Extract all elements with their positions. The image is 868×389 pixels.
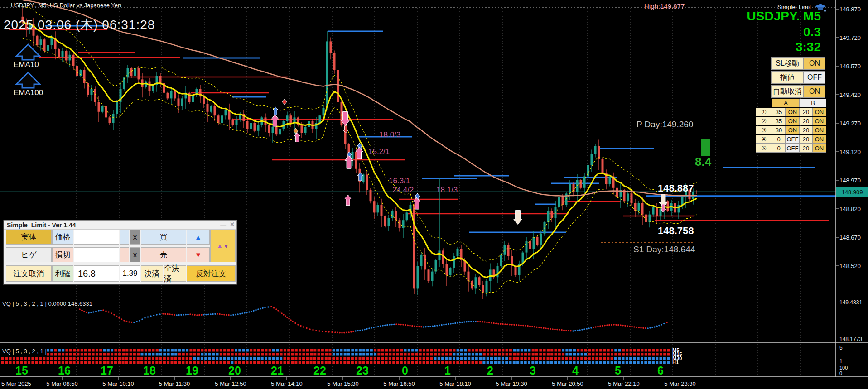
grid-col-a-header: A [772, 99, 800, 107]
price-axis-label: 148.820 [839, 206, 861, 212]
buy-arrow-icon[interactable]: ▲ [187, 230, 210, 245]
grid-a-value[interactable]: 0 [772, 144, 786, 153]
up-arrow-marker-icon [273, 107, 278, 115]
grid-row: ⑤0OFF20ON [756, 144, 826, 153]
setting-toggle[interactable]: OFF [804, 71, 825, 84]
price-axis-label: 149.570 [839, 63, 861, 70]
setting-toggle[interactable]: ON [804, 85, 825, 98]
minimize-icon[interactable]: — [220, 221, 226, 228]
hour-label: 1 [444, 364, 451, 377]
grid-row: ②35ON20ON [756, 117, 826, 125]
datetime-overlay: 2025.03.06 (木) 06:31:28 [4, 16, 155, 34]
grid-row-number: ⑤ [756, 144, 772, 153]
grid-b-toggle[interactable]: ON [812, 108, 826, 116]
hour-label: 4 [572, 364, 579, 377]
candle-timer: 3:32 [796, 40, 821, 54]
order-window-titlebar[interactable]: Simple_Limit - Ver 1.44 — ✕ [4, 221, 236, 230]
close-position-button[interactable]: 決済 [141, 265, 163, 282]
up-arrow-marker-icon [294, 133, 300, 142]
grid-b-value[interactable]: 20 [800, 126, 812, 134]
hour-label: 16 [58, 364, 71, 377]
grid-b-toggle[interactable]: ON [812, 117, 826, 125]
grid-b-value[interactable]: 20 [800, 135, 812, 144]
grid-a-toggle[interactable]: ON [786, 126, 800, 134]
price-level-upper-label: 148.887 [658, 182, 694, 194]
price-axis-label: 149.270 [839, 120, 861, 127]
grid-a-toggle[interactable]: OFF [786, 135, 800, 144]
hour-label: 20 [228, 364, 241, 377]
setting-label: 自動取消 [771, 85, 804, 98]
date-label: 5 Mar 11:30 [159, 380, 190, 387]
chart-canvas [0, 0, 868, 389]
date-label: 5 Mar 19:30 [496, 380, 527, 387]
hour-label: 23 [356, 364, 369, 377]
date-label: 5 Mar 16:50 [383, 380, 415, 387]
grid-a-toggle[interactable]: ON [786, 108, 800, 116]
grid-b-value[interactable]: 20 [800, 117, 812, 125]
stoploss-input[interactable] [74, 247, 119, 262]
grid-b-value[interactable]: 20 [800, 108, 812, 116]
grid-b-toggle[interactable]: ON [812, 144, 826, 153]
setting-label: SL移動 [771, 57, 804, 70]
date-label: 5 Mar 23:30 [664, 380, 695, 387]
hour-label: 22 [313, 364, 326, 377]
grid-a-value[interactable]: 30 [772, 126, 786, 134]
date-label: 5 Mar 2025 [1, 380, 31, 387]
reverse-order-button[interactable]: 反対注文 [187, 265, 236, 282]
grid-a-toggle[interactable]: OFF [786, 144, 800, 153]
ema100-label: EMA100 [14, 88, 43, 97]
session-high-label: High:149.877 [644, 2, 685, 10]
timeframe-row-label: H1 [672, 360, 679, 365]
stoploss-clear-button[interactable]: x [130, 247, 140, 262]
vq2-indicator-label: VQ | 5 , 3 , 2 , 1 | [2, 348, 47, 355]
price-annotation-label: 18.1/3 [436, 186, 458, 195]
pivot-day-label: P Day:149.260 [637, 120, 693, 130]
price-axis-label: 149.870 [839, 6, 861, 13]
grid-a-toggle[interactable]: ON [786, 117, 800, 125]
buy-button[interactable]: 買 [141, 230, 186, 245]
setting-toggle[interactable]: ON [804, 57, 825, 70]
dual-arrow-button[interactable]: ▲▼ [210, 230, 236, 262]
close-all-button[interactable]: 全決済 [164, 265, 186, 282]
setting-label: 指値 [771, 71, 804, 84]
price-clear-button[interactable]: x [130, 230, 140, 245]
mt-terminal: USDJPY., M5: US Dollar vs Japanese Yen 2… [0, 0, 868, 389]
price-level-lower-label: 148.758 [658, 225, 694, 237]
takeprofit-input[interactable]: 16.8 [74, 265, 119, 282]
hour-label: 18 [143, 364, 156, 377]
grid-b-value[interactable]: 20 [800, 144, 812, 153]
body-mode-button[interactable]: 実体 [6, 230, 52, 245]
stoploss-spacer [120, 247, 129, 262]
grid-col-b-header: B [800, 99, 826, 107]
price-input[interactable] [74, 230, 119, 245]
setting-row-auto-cancel: 自動取消 ON [771, 85, 825, 98]
simple-limit-window[interactable]: Simple_Limit - Ver 1.44 — ✕ 実体 価格 x 買 ▲ … [4, 220, 237, 284]
vq1-axis-min: 148.1773 [839, 336, 862, 342]
close-icon[interactable]: ✕ [230, 221, 235, 228]
price-axis-label: 148.970 [839, 177, 861, 184]
date-label: 5 Mar 15:30 [327, 380, 358, 387]
grid-row: ④0OFF20ON [756, 135, 826, 144]
sell-button[interactable]: 売 [141, 247, 186, 262]
sell-arrow-icon[interactable]: ▼ [187, 247, 210, 262]
wick-mode-button[interactable]: ヒゲ [6, 247, 52, 262]
grid-a-value[interactable]: 35 [772, 108, 786, 116]
price-annotation-label: 24.4/2 [392, 186, 414, 195]
price-axis-label: 149.720 [839, 34, 861, 41]
grid-b-toggle[interactable]: ON [812, 126, 826, 134]
price-annotation-label: 18.0/3 [379, 130, 400, 139]
grid-row-number: ② [756, 117, 772, 125]
cancel-orders-button[interactable]: 注文取消 [6, 265, 52, 282]
diamond-marker-icon [282, 99, 287, 105]
ema-up-arrow-icon [16, 72, 40, 88]
up-arrow-marker-icon [345, 195, 351, 205]
grid-a-value[interactable]: 35 [772, 117, 786, 125]
grid-b-toggle[interactable]: ON [812, 135, 826, 144]
chart-title: USDJPY., M5: US Dollar vs Japanese Yen [11, 2, 121, 9]
order-window-title: Simple_Limit - Ver 1.44 [7, 221, 76, 229]
vq2-axis-max: 5 [839, 345, 843, 351]
hours-axis-min: 0 [839, 370, 842, 376]
hour-label: 6 [657, 364, 664, 377]
price-label: 価格 [52, 230, 73, 245]
grid-a-value[interactable]: 0 [772, 135, 786, 144]
